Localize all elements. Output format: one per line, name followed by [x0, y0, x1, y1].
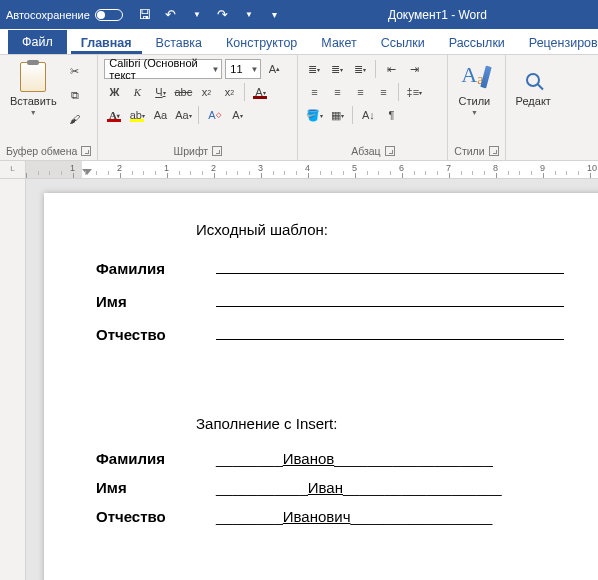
bucket-icon: 🪣	[306, 109, 320, 122]
align-left-icon: ≡	[311, 86, 317, 98]
page[interactable]: Исходный шаблон: ФамилияИмяОтчество Запо…	[44, 193, 598, 580]
group-font: Calibri (Основной текст▼ 11▼ A▴ Ж К Ч▾ a…	[98, 55, 298, 160]
form-row[interactable]: Отчество	[96, 322, 564, 343]
group-paragraph: ≣▾ ≣▾ ≣▾ ⇤ ⇥ ≡ ≡ ≡ ≡ ‡≡▾ 🪣▾ ▦▾ A↓ ¶	[298, 55, 448, 160]
border-icon: ▦	[331, 109, 341, 122]
form-row[interactable]: Имя	[96, 289, 564, 310]
shading-button[interactable]: 🪣▾	[304, 105, 324, 125]
paste-button[interactable]: Вставить ▼	[6, 59, 61, 143]
grow-font-button[interactable]: A▴	[264, 59, 284, 79]
tab-mailings[interactable]: Рассылки	[439, 31, 515, 54]
separator	[352, 106, 353, 124]
form-value-line[interactable]	[216, 322, 564, 340]
justify-icon: ≡	[380, 86, 386, 98]
group-label: Шрифт	[174, 145, 209, 157]
font-name-combo[interactable]: Calibri (Основной текст▼	[104, 59, 222, 79]
tab-file[interactable]: Файл	[8, 30, 67, 54]
document-area[interactable]: Исходный шаблон: ФамилияИмяОтчество Запо…	[26, 179, 598, 580]
autosave-label: Автосохранение	[6, 9, 90, 21]
horizontal-ruler[interactable]: 121234567891011	[26, 161, 598, 179]
separator	[398, 83, 399, 101]
format-painter-button[interactable]: 🖌	[65, 109, 85, 129]
separator	[375, 60, 376, 78]
sort-button[interactable]: A↓	[358, 105, 378, 125]
editing-button[interactable]: Редакт	[512, 59, 555, 143]
show-marks-button[interactable]: ¶	[381, 105, 401, 125]
bullets-button[interactable]: ≣▾	[304, 59, 324, 79]
bold-button[interactable]: Ж	[104, 82, 124, 102]
character-border-button[interactable]: A▾	[227, 105, 247, 125]
align-right-button[interactable]: ≡	[350, 82, 370, 102]
underline-button[interactable]: Ч▾	[150, 82, 170, 102]
redo-icon[interactable]: ↷	[215, 7, 231, 23]
superscript-button[interactable]: x2	[219, 82, 239, 102]
form-row[interactable]: Имя___________Иван___________________	[96, 479, 564, 496]
section-heading: Исходный шаблон:	[196, 221, 564, 238]
font-color-button[interactable]: A▾	[104, 105, 124, 125]
form-row[interactable]: Фамилия________Иванов___________________	[96, 450, 564, 467]
dialog-launcher-icon[interactable]	[81, 146, 91, 156]
styles-button[interactable]: Aa Стили ▼	[454, 59, 494, 143]
decrease-indent-button[interactable]: ⇤	[381, 59, 401, 79]
title-bar: Автосохранение 🖫 ↶ ▼ ↷ ▼ ▾ Документ1 - W…	[0, 0, 598, 29]
form-label: Отчество	[96, 326, 216, 343]
change-case-button[interactable]: Aa	[150, 105, 170, 125]
form-value[interactable]: ___________Иван___________________	[216, 479, 564, 496]
brush-icon: 🖌	[69, 113, 80, 125]
chevron-down-icon[interactable]: ▼	[189, 7, 205, 23]
group-label: Стили	[454, 145, 484, 157]
multilevel-icon: ≣	[354, 63, 363, 76]
tab-references[interactable]: Ссылки	[371, 31, 435, 54]
clear-formatting-button[interactable]: A◇	[204, 105, 224, 125]
form-value[interactable]: ________Иванов___________________	[216, 450, 564, 467]
increase-indent-button[interactable]: ⇥	[404, 59, 424, 79]
form-value-line[interactable]	[216, 289, 564, 307]
borders-button[interactable]: ▦▾	[327, 105, 347, 125]
form-row[interactable]: Отчество________Иванович________________…	[96, 508, 564, 525]
tab-design[interactable]: Конструктор	[216, 31, 307, 54]
customize-qat-icon[interactable]: ▾	[267, 7, 283, 23]
cut-button[interactable]: ✂	[65, 61, 85, 81]
tab-home[interactable]: Главная	[71, 31, 142, 54]
text-effects-button[interactable]: A▾	[250, 82, 270, 102]
form-value-line[interactable]	[216, 256, 564, 274]
line-spacing-button[interactable]: ‡≡▾	[404, 82, 424, 102]
subscript-button[interactable]: x2	[196, 82, 216, 102]
tab-review[interactable]: Рецензиров	[519, 31, 598, 54]
dialog-launcher-icon[interactable]	[385, 146, 395, 156]
form-row[interactable]: Фамилия	[96, 256, 564, 277]
group-label: Буфер обмена	[6, 145, 77, 157]
outdent-icon: ⇤	[387, 63, 396, 76]
copy-button[interactable]: ⧉	[65, 85, 85, 105]
tab-insert[interactable]: Вставка	[146, 31, 212, 54]
form-label: Фамилия	[96, 450, 216, 467]
save-icon[interactable]: 🖫	[137, 7, 153, 23]
undo-icon[interactable]: ↶	[163, 7, 179, 23]
separator	[198, 106, 199, 124]
dialog-launcher-icon[interactable]	[212, 146, 222, 156]
align-left-button[interactable]: ≡	[304, 82, 324, 102]
justify-button[interactable]: ≡	[373, 82, 393, 102]
autosave-toggle[interactable]: Автосохранение	[6, 9, 123, 21]
chevron-down-icon: ▼	[471, 109, 478, 116]
ruler-corner: L	[0, 161, 26, 179]
form-label: Фамилия	[96, 260, 216, 277]
group-clipboard: Вставить ▼ ✂ ⧉ 🖌 Буфер обмена	[0, 55, 98, 160]
form-value[interactable]: ________Иванович_________________	[216, 508, 564, 525]
line-spacing-icon: ‡≡	[407, 86, 420, 98]
strikethrough-button[interactable]: abc	[173, 82, 193, 102]
clipboard-icon	[20, 62, 46, 92]
multilevel-button[interactable]: ≣▾	[350, 59, 370, 79]
italic-button[interactable]: К	[127, 82, 147, 102]
font-size-combo[interactable]: 11▼	[225, 59, 261, 79]
align-center-icon: ≡	[334, 86, 340, 98]
tab-layout[interactable]: Макет	[311, 31, 366, 54]
chevron-down-icon: ▼	[250, 65, 258, 74]
align-center-button[interactable]: ≡	[327, 82, 347, 102]
highlight-button[interactable]: ab▾	[127, 105, 147, 125]
chevron-down-icon[interactable]: ▼	[241, 7, 257, 23]
numbering-button[interactable]: ≣▾	[327, 59, 347, 79]
vertical-ruler[interactable]	[0, 179, 26, 580]
shrink-font-button[interactable]: Aa▾	[173, 105, 193, 125]
dialog-launcher-icon[interactable]	[489, 146, 499, 156]
